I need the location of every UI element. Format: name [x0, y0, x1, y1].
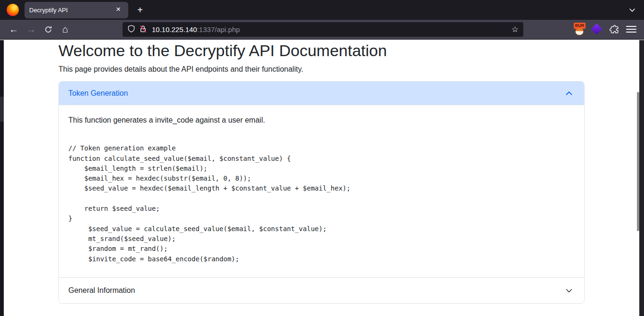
new-tab-button[interactable]: + — [134, 4, 146, 17]
insecure-lock-icon[interactable] — [139, 25, 147, 35]
page-subtitle: This page provides details about the API… — [58, 64, 585, 75]
accordion-label: Token Generation — [68, 89, 565, 98]
close-tab-icon[interactable]: × — [113, 5, 124, 16]
url-text[interactable]: 10.10.225.140:1337/api.php — [152, 25, 512, 33]
chevron-down-icon — [565, 287, 573, 294]
page-scrollbar[interactable] — [637, 92, 639, 231]
page-viewport: Welcome to the Decryptify API Documentat… — [0, 40, 644, 316]
browser-tab[interactable]: Decryptify API × — [25, 2, 128, 18]
reload-button[interactable] — [41, 22, 56, 37]
firefox-icon[interactable] — [7, 4, 19, 16]
accordion-header-token-generation[interactable]: Token Generation — [59, 82, 584, 105]
url-host: 10.10.225.140 — [152, 25, 197, 33]
tab-bar: Decryptify API × + — [0, 0, 644, 20]
url-bar[interactable]: 10.10.225.140:1337/api.php ☆ — [123, 22, 523, 37]
foxyproxy-badge: BUR — [574, 23, 586, 29]
foxyproxy-extension-icon[interactable]: BUR — [574, 23, 586, 36]
bookmark-star-icon[interactable]: ☆ — [512, 25, 519, 34]
extensions-puzzle-icon[interactable] — [610, 25, 619, 34]
menu-icon[interactable] — [626, 26, 636, 33]
forward-button: → — [24, 22, 39, 37]
chevron-up-icon — [565, 90, 573, 97]
tab-title: Decryptify API — [29, 7, 113, 14]
shield-icon[interactable] — [127, 25, 135, 35]
accordion-body-token-generation: This function generates a invite_code ag… — [59, 105, 584, 277]
left-edge-strip — [0, 40, 4, 316]
url-port-path: :1337/api.php — [197, 25, 240, 33]
accordion-header-general-information[interactable]: General Information — [59, 277, 584, 303]
token-generation-code: // Token generation example function cal… — [68, 133, 575, 264]
api-accordion: Token Generation This function generates… — [58, 81, 585, 304]
right-edge-strip — [639, 40, 644, 316]
page-title: Welcome to the Decryptify API Documentat… — [58, 41, 585, 60]
token-generation-description: This function generates a invite_code ag… — [68, 115, 575, 126]
home-button[interactable]: ⌂ — [58, 22, 73, 37]
accordion-label: General Information — [68, 286, 565, 295]
back-button[interactable]: ← — [6, 22, 21, 37]
page-content: Welcome to the Decryptify API Documentat… — [58, 40, 585, 304]
list-tabs-chevron-icon[interactable] — [628, 6, 636, 14]
